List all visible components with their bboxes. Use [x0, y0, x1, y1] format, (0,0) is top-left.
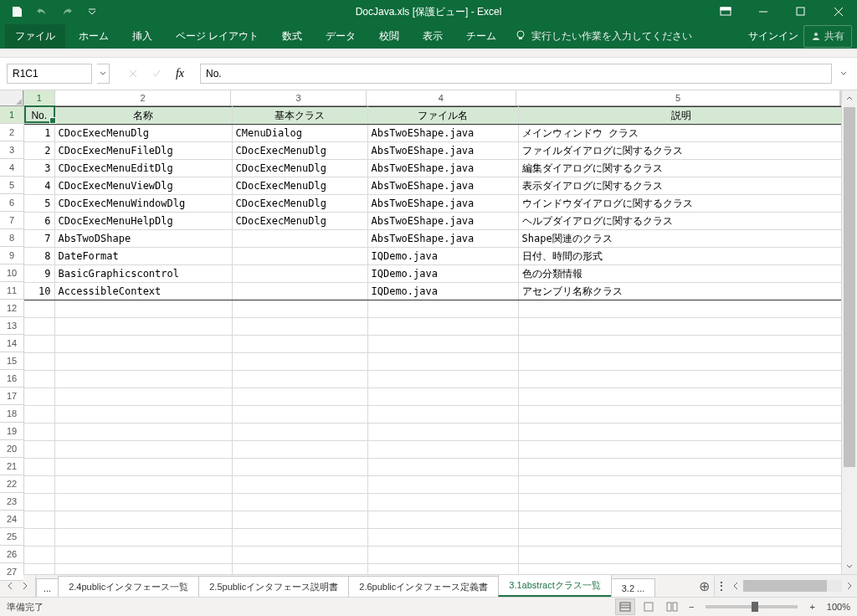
scroll-up-button[interactable]: [842, 90, 857, 105]
cell[interactable]: [54, 300, 232, 318]
row-header[interactable]: 8: [0, 229, 23, 247]
cell[interactable]: [232, 283, 367, 300]
cell[interactable]: [232, 476, 367, 494]
tab-nav-prev-button[interactable]: [3, 579, 17, 593]
cell[interactable]: [24, 318, 54, 336]
cell[interactable]: 6: [24, 213, 54, 230]
cell[interactable]: [518, 494, 841, 511]
cell[interactable]: [367, 388, 518, 406]
cell[interactable]: [367, 371, 518, 388]
expand-formula-bar-button[interactable]: [837, 64, 850, 83]
row-header[interactable]: 11: [0, 282, 23, 300]
column-header[interactable]: 3: [231, 90, 366, 105]
row-header[interactable]: 19: [0, 423, 23, 440]
tab-nav-next-button[interactable]: [18, 579, 32, 593]
cell[interactable]: 説明: [518, 107, 841, 125]
sheet-tab[interactable]: 2.4publicインタフェース一覧: [58, 576, 199, 597]
ribbon-tab-page-layout[interactable]: ページ レイアウト: [166, 24, 269, 49]
cell[interactable]: AbsTwoEShape.java: [367, 160, 518, 177]
cell[interactable]: 1: [24, 125, 54, 142]
cell[interactable]: IQDemo.java: [367, 248, 518, 265]
cell[interactable]: 色の分類情報: [518, 265, 841, 283]
cell[interactable]: [232, 494, 367, 511]
cell[interactable]: [54, 318, 232, 336]
cell[interactable]: [232, 336, 367, 353]
cell[interactable]: CDocExecMenuViewDlg: [54, 177, 232, 195]
name-box-dropdown[interactable]: [97, 64, 110, 84]
cell[interactable]: [367, 547, 518, 564]
cell[interactable]: [232, 248, 367, 265]
tab-scroll-separator[interactable]: ⋮: [715, 579, 728, 593]
cell[interactable]: [24, 371, 54, 388]
horizontal-scrollbar[interactable]: ⋮: [714, 575, 857, 597]
cell[interactable]: [24, 564, 54, 575]
save-button[interactable]: [5, 3, 28, 21]
cell[interactable]: [518, 511, 841, 529]
zoom-in-button[interactable]: +: [806, 602, 818, 612]
cell[interactable]: [232, 424, 367, 441]
cell[interactable]: IQDemo.java: [367, 283, 518, 300]
row-header[interactable]: 18: [0, 405, 23, 423]
cell[interactable]: CDocExecMenuWindowDlg: [54, 195, 232, 213]
cell[interactable]: [24, 529, 54, 547]
scroll-right-button[interactable]: [842, 578, 857, 593]
zoom-level[interactable]: 100%: [827, 602, 850, 612]
cell[interactable]: [232, 388, 367, 406]
cell[interactable]: CDocExecMenuDlg: [54, 125, 232, 142]
cell[interactable]: [367, 511, 518, 529]
cell[interactable]: [518, 388, 841, 406]
row-header[interactable]: 10: [0, 264, 23, 282]
cell[interactable]: [518, 476, 841, 494]
cell[interactable]: [24, 406, 54, 424]
cell[interactable]: [24, 388, 54, 406]
cell[interactable]: ウインドウダイアログに関するクラス: [518, 195, 841, 213]
cell[interactable]: CDocExecMenuDlg: [232, 177, 367, 195]
ribbon-tab-formulas[interactable]: 数式: [272, 24, 312, 49]
cell[interactable]: CDocExecMenuDlg: [232, 142, 367, 160]
cell[interactable]: ファイル名: [367, 107, 518, 125]
cell[interactable]: [232, 353, 367, 371]
row-header[interactable]: 13: [0, 317, 23, 335]
cell[interactable]: [518, 300, 841, 318]
cell[interactable]: [54, 441, 232, 459]
cell[interactable]: [518, 336, 841, 353]
cell[interactable]: [367, 424, 518, 441]
cell[interactable]: 10: [24, 283, 54, 300]
cell[interactable]: IQDemo.java: [367, 265, 518, 283]
cell[interactable]: [518, 459, 841, 476]
undo-button[interactable]: [30, 3, 54, 21]
cell[interactable]: [54, 424, 232, 441]
sheet-tab[interactable]: ...: [36, 578, 59, 597]
cell[interactable]: [232, 529, 367, 547]
row-header[interactable]: 7: [0, 212, 23, 229]
cell[interactable]: AbsTwoEShape.java: [367, 195, 518, 213]
sheet-tab[interactable]: 2.6publicインタフェース定義書: [348, 576, 499, 597]
normal-view-button[interactable]: [615, 598, 635, 615]
row-header[interactable]: 20: [0, 440, 23, 458]
row-header[interactable]: 3: [0, 141, 23, 159]
name-box[interactable]: R1C1: [7, 64, 92, 84]
sheet-tab[interactable]: 2.5publicインタフェース説明書: [198, 576, 349, 597]
cell[interactable]: [232, 406, 367, 424]
cell[interactable]: [367, 353, 518, 371]
cell[interactable]: CDocExecMenuDlg: [232, 195, 367, 213]
column-header[interactable]: 5: [516, 90, 840, 105]
ribbon-tab-file[interactable]: ファイル: [5, 24, 65, 49]
cell[interactable]: [232, 300, 367, 318]
page-break-view-button[interactable]: [662, 598, 682, 615]
cell[interactable]: [54, 353, 232, 371]
cell[interactable]: [518, 424, 841, 441]
row-header[interactable]: 15: [0, 352, 23, 370]
cell[interactable]: 基本クラス: [232, 107, 367, 125]
cell[interactable]: [24, 547, 54, 564]
cell[interactable]: BasicGraphicscontrol: [54, 265, 232, 283]
cell[interactable]: [54, 529, 232, 547]
insert-function-button[interactable]: fx: [170, 64, 190, 84]
cell[interactable]: [24, 424, 54, 441]
cell[interactable]: [24, 476, 54, 494]
cell[interactable]: [518, 441, 841, 459]
cell[interactable]: AbsTwoEShape.java: [367, 125, 518, 142]
enter-formula-button[interactable]: [146, 64, 167, 84]
cell[interactable]: [232, 564, 367, 575]
cell[interactable]: CDocExecMenuHelpDlg: [54, 213, 232, 230]
